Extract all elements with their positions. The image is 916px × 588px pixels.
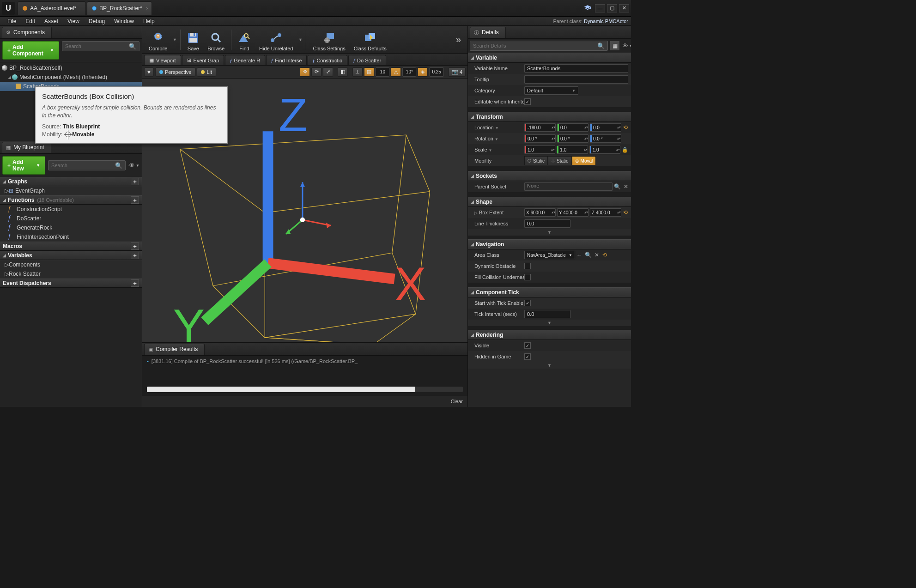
components-search[interactable]: 🔍: [62, 41, 140, 51]
rotation-snap-button[interactable]: △: [391, 67, 401, 77]
tooltip-input[interactable]: [524, 75, 628, 84]
cat-componenttick[interactable]: ◢Component Tick: [468, 287, 631, 297]
thickness-input[interactable]: [524, 219, 570, 228]
scale-y-input[interactable]: 1.0▴▾: [557, 145, 588, 154]
browse-asset-icon[interactable]: 🔍: [585, 252, 592, 258]
mobility-movable-button[interactable]: ⊕Moval: [572, 156, 596, 165]
function-constructionscript[interactable]: fConstructionScript: [0, 205, 142, 214]
findintersection-tab[interactable]: fFind Interse: [266, 55, 307, 65]
class-defaults-button[interactable]: Class Defaults: [350, 27, 390, 52]
details-search[interactable]: 🔍: [470, 41, 608, 51]
extent-x-input[interactable]: X 6000.0▴▾: [524, 208, 556, 217]
parent-class-link[interactable]: Dynamic PMCActor: [584, 18, 628, 24]
lock-scale-icon[interactable]: 🔒: [622, 147, 628, 153]
graphs-section-header[interactable]: ◢Graphs +: [0, 177, 142, 186]
camera-speed-button[interactable]: 📷 4: [449, 67, 466, 77]
add-component-button[interactable]: +Add Component▼: [2, 41, 59, 60]
myblueprint-search[interactable]: 🔍: [48, 160, 126, 170]
variable-components[interactable]: ▷Components: [0, 260, 142, 269]
add-macro-button[interactable]: +: [131, 242, 139, 250]
grid-snap-value[interactable]: 10: [376, 67, 389, 77]
class-settings-button[interactable]: Class Settings: [309, 27, 349, 52]
dynamicobstacle-checkbox[interactable]: [524, 263, 531, 269]
property-matrix-button[interactable]: ▦: [610, 41, 620, 51]
location-x-input[interactable]: -180.0▴▾: [524, 123, 556, 132]
view-options-dropdown[interactable]: 👁▼: [128, 162, 140, 169]
mobility-stationary-button[interactable]: ⊹Statio: [548, 156, 572, 165]
browse-button[interactable]: Browse: [204, 27, 228, 52]
cat-rendering[interactable]: ◢Rendering: [468, 330, 631, 340]
starttick-checkbox[interactable]: [524, 300, 531, 306]
viewmode-dropdown[interactable]: Lit: [197, 67, 216, 77]
function-generaterock[interactable]: fGenerateRock: [0, 223, 142, 232]
cat-navigation[interactable]: ◢Navigation: [468, 239, 631, 249]
toolbar-overflow-button[interactable]: »: [452, 34, 465, 45]
variable-name-input[interactable]: [524, 64, 628, 73]
editable-checkbox[interactable]: [524, 98, 531, 105]
save-button[interactable]: Save: [183, 27, 203, 52]
horizontal-scrollbar[interactable]: [147, 387, 463, 392]
hide-unrelated-dropdown[interactable]: ▼: [297, 30, 303, 49]
show-advanced-rendering[interactable]: ▼: [468, 362, 631, 369]
cat-shape[interactable]: ◢Shape: [468, 197, 631, 207]
grid-snap-button[interactable]: ▦: [364, 67, 374, 77]
show-advanced-shape[interactable]: ▼: [468, 229, 631, 236]
variable-rockscatter[interactable]: ▷Rock Scatter: [0, 269, 142, 279]
component-mesh[interactable]: ◢ MeshComponent (Mesh) (Inherited): [0, 73, 142, 82]
myblueprint-search-input[interactable]: [51, 163, 115, 168]
menu-help[interactable]: Help: [139, 18, 159, 24]
view-options-dropdown[interactable]: 👁▼: [622, 42, 629, 49]
menu-file[interactable]: File: [3, 18, 21, 24]
viewport-options-dropdown[interactable]: ▼: [144, 67, 154, 77]
tickinterval-input[interactable]: [524, 310, 570, 318]
components-search-input[interactable]: [65, 43, 129, 49]
category-dropdown[interactable]: Default▼: [524, 86, 578, 95]
show-advanced-tick[interactable]: ▼: [468, 320, 631, 326]
macros-section-header[interactable]: Macros +: [0, 242, 142, 251]
scale-z-input[interactable]: 1.0▴▾: [589, 145, 620, 154]
clear-button[interactable]: Clear: [451, 399, 463, 404]
search-socket-icon[interactable]: 🔍: [614, 183, 621, 190]
coord-space-button[interactable]: ◧: [338, 67, 348, 77]
rotation-x-input[interactable]: 0.0 °▴▾: [524, 134, 556, 143]
add-graph-button[interactable]: +: [131, 178, 139, 185]
function-findintersectionpoint[interactable]: fFindIntersectionPoint: [0, 232, 142, 242]
add-function-button[interactable]: +: [131, 196, 139, 204]
use-selected-icon[interactable]: ←: [576, 252, 582, 258]
extent-y-input[interactable]: Y 4000.0▴▾: [557, 208, 588, 217]
hidden-checkbox[interactable]: [524, 353, 531, 360]
minimize-button[interactable]: —: [595, 4, 605, 12]
location-y-input[interactable]: 0.0▴▾: [557, 123, 588, 132]
generaterock-tab[interactable]: fGenerate R: [225, 55, 265, 65]
reset-location-button[interactable]: ⟲: [623, 124, 628, 131]
close-icon[interactable]: ×: [146, 6, 149, 11]
scale-mode-button[interactable]: ⤢: [323, 67, 333, 77]
location-z-input[interactable]: 0.0▴▾: [590, 123, 621, 132]
rotation-snap-value[interactable]: 10°: [402, 67, 416, 77]
reset-extent-button[interactable]: ⟲: [623, 209, 628, 216]
functions-section-header[interactable]: ◢Functions (18 Overridable) +: [0, 195, 142, 205]
graph-eventgraph[interactable]: ▷ ⊞ EventGraph: [0, 186, 142, 195]
level-tab[interactable]: AA_AsteroidLevel*: [18, 1, 86, 15]
visible-checkbox[interactable]: [524, 342, 531, 349]
mobility-static-button[interactable]: Static: [524, 156, 548, 165]
compile-dropdown[interactable]: ▼: [172, 30, 177, 49]
menu-asset[interactable]: Asset: [40, 18, 63, 24]
compile-button[interactable]: ? Compile: [145, 27, 171, 52]
close-button[interactable]: ✕: [619, 4, 629, 12]
rotate-mode-button[interactable]: ⟳: [311, 67, 322, 77]
blueprint-tab[interactable]: BP_RockScatter* ×: [87, 1, 152, 15]
fillcollision-checkbox[interactable]: [524, 274, 531, 280]
maximize-button[interactable]: ▢: [607, 4, 617, 12]
details-search-input[interactable]: [473, 43, 597, 48]
hide-unrelated-button[interactable]: Hide Unrelated: [255, 27, 297, 52]
variables-section-header[interactable]: ◢Variables +: [0, 251, 142, 260]
construction-tab[interactable]: fConstructio: [308, 55, 347, 65]
compiler-results-tab[interactable]: ▣ Compiler Results: [144, 344, 205, 355]
cat-transform[interactable]: ◢Transform: [468, 112, 631, 122]
graduation-cap-icon[interactable]: [584, 5, 591, 12]
reset-areaclass-button[interactable]: ⟲: [602, 252, 607, 258]
areaclass-dropdown[interactable]: NavArea_Obstacle▼: [524, 251, 575, 259]
parent-socket-input[interactable]: None: [524, 182, 613, 191]
menu-edit[interactable]: Edit: [21, 18, 40, 24]
